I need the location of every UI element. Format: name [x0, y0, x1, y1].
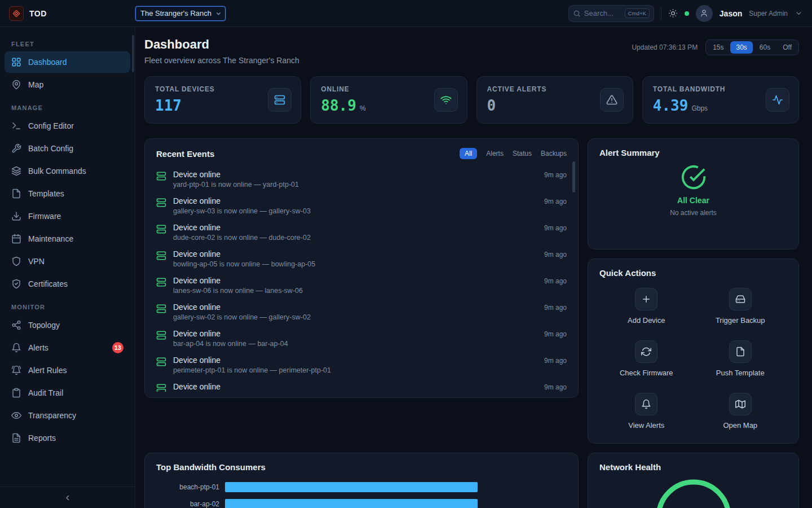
- search-box[interactable]: Cmd+K: [568, 5, 654, 22]
- sidebar-item-reports[interactable]: Reports: [5, 427, 130, 449]
- sidebar-item-label: Bulk Commands: [28, 167, 86, 176]
- alerts-count-badge: 13: [112, 342, 123, 353]
- event-detail: gallery-sw-03 is now online — gallery-sw…: [173, 207, 311, 215]
- events-scrollbar[interactable]: [572, 161, 575, 192]
- server-icon: [156, 330, 166, 340]
- user-menu-chevron-icon[interactable]: [795, 9, 803, 17]
- sidebar-item-maintenance[interactable]: Maintenance: [5, 228, 130, 249]
- stat-value: 4.39: [653, 97, 689, 114]
- brand: TOD: [9, 6, 135, 21]
- quick-action-trigger-backup[interactable]: Trigger Backup: [716, 288, 765, 325]
- event-list-item[interactable]: Device onlinegallery-sw-03 is now online…: [145, 192, 578, 219]
- quick-action-check-firmware[interactable]: Check Firmware: [620, 340, 673, 377]
- tab-status[interactable]: Status: [513, 150, 532, 157]
- search-input[interactable]: [584, 9, 621, 17]
- refresh-option-15s[interactable]: 15s: [707, 41, 729, 54]
- stat-card-online: ONLINE88.9%: [310, 76, 467, 124]
- event-list-item[interactable]: Device onlinebar-ap-04 is now online — b…: [145, 325, 578, 352]
- sidebar-item-firmware[interactable]: Firmware: [5, 205, 130, 227]
- header-divider: [661, 7, 661, 20]
- event-title: Device online: [173, 170, 299, 179]
- network-health-card: Network Health: [588, 453, 799, 508]
- refresh-interval-segmented-control: 15s30s60sOff: [705, 40, 799, 55]
- recent-events-title: Recent Events: [156, 149, 214, 159]
- sidebar-footer: [0, 487, 135, 508]
- quick-action-tile: [729, 288, 752, 310]
- sidebar-item-label: Alerts: [28, 343, 48, 352]
- bandwidth-title: Top Bandwidth Consumers: [156, 462, 567, 472]
- bandwidth-card: Top Bandwidth Consumers beach-ptp-01bar-…: [144, 453, 579, 508]
- collapse-chevron-left-icon[interactable]: [63, 493, 72, 502]
- event-detail: gallery-sw-02 is now online — gallery-sw…: [173, 313, 311, 321]
- refresh-option-off[interactable]: Off: [777, 41, 797, 54]
- event-time: 9m ago: [544, 170, 567, 179]
- sidebar-scrollbar[interactable]: [132, 35, 134, 72]
- network-icon: [11, 320, 21, 330]
- event-list-item[interactable]: Device onlinelanes-sw-06 is now online —…: [145, 272, 578, 299]
- refresh-option-30s[interactable]: 30s: [730, 41, 752, 54]
- event-title: Device online: [173, 303, 311, 312]
- right-column: Alert Summary All Clear No active alerts…: [588, 138, 799, 444]
- event-title: Device online: [173, 276, 303, 285]
- theme-toggle-button[interactable]: [668, 8, 678, 18]
- tab-all[interactable]: All: [460, 148, 477, 159]
- user-icon: [700, 9, 708, 17]
- quick-action-push-template[interactable]: Push Template: [716, 340, 765, 377]
- quick-action-tile: [635, 393, 657, 415]
- event-list-item[interactable]: Device onlineyard-ptp-01 is now online —…: [145, 166, 578, 192]
- sidebar-item-bulk-commands[interactable]: Bulk Commands: [5, 160, 130, 182]
- quick-action-open-map[interactable]: Open Map: [723, 393, 757, 430]
- quick-actions-card: Quick Actions Add DeviceTrigger BackupCh…: [588, 259, 799, 444]
- stat-icon-tile: [268, 88, 292, 112]
- quick-action-label: Add Device: [628, 316, 665, 325]
- sidebar-item-label: VPN: [28, 257, 45, 266]
- sidebar-item-label: Config Editor: [28, 121, 74, 130]
- quick-action-label: View Alerts: [628, 421, 664, 430]
- sidebar-item-batch-config[interactable]: Batch Config: [5, 138, 130, 159]
- sidebar-item-config-editor[interactable]: Config Editor: [5, 115, 130, 137]
- events-list: Device onlineyard-ptp-01 is now online —…: [145, 166, 578, 392]
- event-list-item[interactable]: Device onlinegallery-sw-02 is now online…: [145, 299, 578, 325]
- server-icon: [156, 251, 166, 261]
- network-health-gauge: [599, 478, 787, 508]
- tab-alerts[interactable]: Alerts: [486, 150, 504, 157]
- event-time: 9m ago: [544, 223, 567, 232]
- sidebar-item-alert-rules[interactable]: Alert Rules: [5, 360, 130, 381]
- event-list-item[interactable]: Device onlinebowling-ap-05 is now online…: [145, 246, 578, 272]
- server-icon: [156, 171, 166, 181]
- recent-events-card: Recent Events AllAlertsStatusBackups Dev…: [144, 138, 579, 398]
- quick-action-view-alerts[interactable]: View Alerts: [628, 393, 664, 430]
- sidebar-item-alerts[interactable]: Alerts13: [5, 337, 130, 358]
- sidebar-item-topology[interactable]: Topology: [5, 314, 130, 336]
- avatar[interactable]: [696, 5, 713, 22]
- sidebar-item-dashboard[interactable]: Dashboard: [5, 51, 130, 73]
- bandwidth-device-label: beach-ptp-01: [156, 483, 219, 491]
- event-list-item[interactable]: Device onlinedude-core-02 is now online …: [145, 219, 578, 246]
- sidebar-item-label: Firmware: [28, 212, 61, 221]
- sidebar-item-audit-trail[interactable]: Audit Trail: [5, 382, 130, 404]
- sidebar-item-certificates[interactable]: Certificates: [5, 273, 130, 295]
- event-title: Device online: [173, 329, 288, 338]
- refresh-option-60s[interactable]: 60s: [754, 41, 776, 54]
- app-name: TOD: [29, 9, 47, 18]
- search-icon: [573, 10, 581, 17]
- stat-icon-tile: [600, 88, 624, 112]
- event-list-item[interactable]: Device online9m ago: [145, 378, 578, 392]
- event-list-item[interactable]: Device onlineperimeter-ptp-01 is now onl…: [145, 352, 578, 378]
- user-role: Super Admin: [749, 10, 788, 17]
- sidebar-item-map[interactable]: Map: [5, 74, 130, 95]
- sidebar-item-vpn[interactable]: VPN: [5, 251, 130, 272]
- quick-action-tile: [729, 340, 752, 363]
- layers-icon: [11, 166, 21, 176]
- sidebar-item-label: Batch Config: [28, 144, 73, 153]
- quick-actions-title: Quick Actions: [599, 268, 787, 278]
- terminal-icon: [11, 121, 21, 131]
- bandwidth-bar: [225, 499, 478, 508]
- page-header: Dashboard Fleet overview across The Stra…: [144, 37, 799, 65]
- sidebar-item-transparency[interactable]: Transparency: [5, 405, 130, 426]
- site-selector[interactable]: The Stranger's Ranch: [135, 6, 226, 21]
- sidebar-item-templates[interactable]: Templates: [5, 183, 130, 204]
- tab-backups[interactable]: Backups: [541, 150, 567, 157]
- quick-action-add-device[interactable]: Add Device: [628, 288, 665, 325]
- quick-action-label: Open Map: [723, 421, 757, 430]
